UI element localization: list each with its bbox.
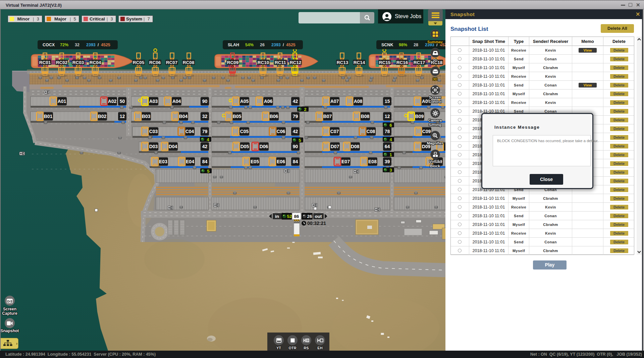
svg-text:D05: D05: [240, 144, 249, 149]
svg-text:E07: E07: [341, 159, 350, 164]
svg-text:RC05: RC05: [133, 60, 145, 65]
svg-text:RC14: RC14: [354, 60, 365, 65]
svg-text:2393: 2393: [86, 43, 96, 47]
svg-text:out: out: [315, 214, 322, 219]
svg-text:E03: E03: [159, 159, 167, 164]
svg-text:/: /: [283, 43, 284, 47]
svg-text:in: in: [275, 214, 279, 219]
svg-text:86: 86: [294, 214, 299, 219]
svg-text:12: 12: [385, 114, 390, 119]
svg-text:E06: E06: [277, 159, 285, 164]
svg-text:SCNK: SCNK: [381, 43, 393, 47]
svg-text:B05: B05: [233, 114, 241, 119]
svg-text:00:32:21: 00:32:21: [307, 221, 326, 226]
svg-text:RC08: RC08: [183, 60, 195, 65]
svg-text:50: 50: [120, 99, 125, 104]
svg-text:15: 15: [385, 99, 390, 104]
svg-text:A06: A06: [264, 99, 273, 104]
svg-text:RC09: RC09: [227, 60, 239, 65]
svg-text:C06: C06: [277, 129, 285, 134]
svg-text:C04: C04: [185, 129, 194, 134]
svg-text:D04: D04: [169, 144, 177, 149]
svg-text:32: 32: [202, 114, 208, 119]
svg-text:C05: C05: [240, 129, 249, 134]
svg-text:COCX: COCX: [43, 43, 55, 47]
svg-text:RC11: RC11: [275, 60, 286, 65]
svg-text:64: 64: [385, 144, 390, 149]
svg-text:A08: A08: [354, 99, 363, 104]
svg-text:72%: 72%: [60, 43, 68, 47]
svg-text:C03: C03: [149, 129, 158, 134]
svg-text:B07: B07: [323, 114, 332, 119]
svg-text:D07: D07: [331, 144, 339, 149]
svg-text:RC07: RC07: [166, 60, 178, 65]
svg-text:RC03: RC03: [72, 60, 84, 65]
svg-text:90: 90: [202, 99, 208, 104]
svg-text:D03: D03: [149, 144, 158, 149]
svg-text:2393: 2393: [271, 43, 281, 47]
svg-text:98%: 98%: [399, 43, 407, 47]
svg-text:42: 42: [293, 99, 298, 104]
svg-text:28: 28: [414, 43, 418, 47]
svg-text:42: 42: [202, 144, 208, 149]
svg-text:D08: D08: [351, 144, 360, 149]
svg-text:3: 3: [389, 168, 392, 173]
svg-text:E05: E05: [251, 159, 259, 164]
svg-text:B04: B04: [179, 114, 188, 119]
svg-text:90: 90: [293, 144, 298, 149]
svg-text:B02: B02: [98, 114, 107, 119]
svg-text:B06: B06: [270, 114, 278, 119]
svg-text:RC17: RC17: [414, 60, 425, 65]
svg-text:B01: B01: [44, 114, 53, 119]
svg-text:RC15: RC15: [379, 60, 391, 65]
svg-text:5: 5: [299, 138, 301, 143]
svg-text:RC02: RC02: [56, 60, 68, 65]
svg-text:C09: C09: [422, 129, 431, 134]
svg-text:C07: C07: [330, 129, 339, 134]
svg-text:RC01: RC01: [39, 60, 51, 65]
svg-text:A01: A01: [58, 99, 66, 104]
svg-text:39: 39: [385, 159, 390, 164]
svg-text:79: 79: [293, 114, 298, 119]
svg-text:84: 84: [202, 159, 208, 164]
svg-text:A03: A03: [149, 99, 158, 104]
svg-text:78: 78: [385, 129, 390, 134]
svg-text:4525: 4525: [286, 43, 296, 47]
svg-text:79: 79: [202, 129, 208, 134]
svg-text:B03: B03: [142, 114, 151, 119]
svg-text:A04: A04: [172, 99, 181, 104]
svg-text:32: 32: [75, 43, 79, 47]
svg-text:26: 26: [260, 43, 265, 47]
svg-text:A05: A05: [240, 99, 249, 104]
svg-text:4: 4: [207, 137, 209, 142]
svg-text:12: 12: [120, 114, 125, 119]
svg-text:D06: D06: [260, 144, 268, 149]
svg-text:B08: B08: [361, 114, 370, 119]
svg-text:RC06: RC06: [149, 60, 161, 65]
svg-text:54%: 54%: [245, 43, 254, 47]
svg-text:B09: B09: [415, 114, 424, 119]
svg-text:RC13: RC13: [337, 60, 348, 65]
svg-text:A07: A07: [330, 99, 339, 104]
svg-text:RC10: RC10: [258, 60, 269, 65]
svg-text:4525: 4525: [101, 43, 110, 47]
svg-text:RC04: RC04: [90, 60, 101, 65]
svg-text:42: 42: [293, 129, 298, 134]
svg-text:26: 26: [307, 214, 312, 219]
svg-text:84: 84: [293, 159, 298, 164]
svg-text:5: 5: [207, 169, 210, 174]
svg-text:6: 6: [389, 123, 392, 128]
svg-text:2: 2: [304, 107, 307, 112]
svg-text:C08: C08: [367, 129, 375, 134]
svg-text:/: /: [98, 43, 99, 47]
svg-text:1: 1: [389, 152, 392, 157]
svg-text:4: 4: [389, 137, 392, 142]
svg-text:E08: E08: [368, 159, 377, 164]
svg-text:RC16: RC16: [396, 60, 408, 65]
svg-text:E04: E04: [186, 159, 194, 164]
svg-text:RC12: RC12: [290, 60, 302, 65]
svg-text:SLAH: SLAH: [228, 43, 239, 47]
svg-text:52: 52: [287, 214, 292, 219]
svg-text:A02: A02: [108, 99, 117, 104]
